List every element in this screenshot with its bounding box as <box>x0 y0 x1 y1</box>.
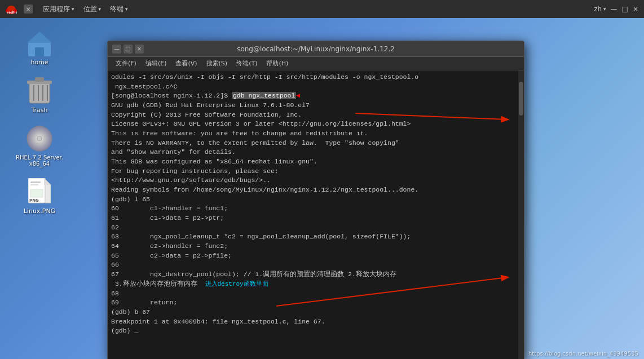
svg-rect-18 <box>30 189 43 197</box>
svg-rect-6 <box>29 82 50 103</box>
terminal-line: and "show warranty" for details. <box>111 148 521 157</box>
terminal-line-61: 61 c1->data = p2->ptr; <box>111 214 521 223</box>
dvd-drive-icon <box>26 125 53 152</box>
taskbar-menu: 应用程序 ▾ 位置 ▾ 终端 ▾ <box>38 0 133 18</box>
chevron-down-icon: ▾ <box>125 6 128 12</box>
terminal-line-60: 60 c1->handler = func1; <box>111 204 521 214</box>
terminal-line-62: 62 <box>111 223 521 233</box>
terminal-menu-search[interactable]: 搜索(S) <box>203 57 231 70</box>
taskbar-menu-terminal[interactable]: 终端 ▾ <box>105 0 133 18</box>
terminal-maximize-btn[interactable]: □ <box>123 45 133 54</box>
terminal-line-63: 63 ngx_pool_cleanup_t *c2 = ngx_pool_cle… <box>111 232 521 242</box>
taskbar-minimize-btn[interactable]: — <box>611 5 617 13</box>
terminal-line-gdb-l: (gdb) l 65 <box>111 195 521 205</box>
terminal-titlebar: — □ × song@localhost:~/MyLinux/nginx/ngi… <box>108 41 524 57</box>
terminal-scrollbar-thumb[interactable] <box>519 82 523 116</box>
svg-rect-8 <box>35 77 44 82</box>
desktop-icon-linux-png[interactable]: PNG Linux.PNG <box>11 178 68 215</box>
svg-marker-4 <box>27 32 52 43</box>
terminal-line-64: 64 c2->handler = func2; <box>111 242 521 251</box>
taskbar-app-close-btn[interactable]: × <box>24 5 33 14</box>
terminal-menu-edit[interactable]: 编辑(E) <box>142 57 170 70</box>
redhat-logo-icon: redhat <box>6 4 17 14</box>
desktop-icon-trash[interactable]: Trash <box>11 77 68 114</box>
terminal-line: This GDB was configured as "x86_64-redha… <box>111 157 521 167</box>
chevron-down-icon: ▾ <box>72 6 74 12</box>
terminal-title: song@localhost:~/MyLinux/nginx/nginx-1.1… <box>146 45 486 53</box>
terminal-line-69: 69 return; <box>111 298 521 308</box>
trash-icon-label: Trash <box>31 107 47 114</box>
terminal-line: Reading symbols from /home/song/MyLinux/… <box>111 185 521 195</box>
taskbar-menu-places[interactable]: 位置 ▾ <box>79 0 106 18</box>
terminal-annotation-line: 3.释放小块内存池所有内存 进入destroy函数里面 <box>111 280 521 289</box>
svg-rect-5 <box>35 47 44 56</box>
taskbar-logo: redhat <box>0 4 23 14</box>
svg-point-14 <box>37 136 42 141</box>
url-watermark: https://blog.csdn.net/weixin_43949535 <box>528 351 638 357</box>
terminal-line: For bug reporting instructions, please s… <box>111 167 521 176</box>
terminal-line-breakpoint: Breakpoint 1 at 0x4009b4: file ngx_testp… <box>111 317 521 327</box>
png-file-icon: PNG <box>26 178 53 205</box>
taskbar-maximize-btn[interactable]: □ <box>622 5 628 13</box>
terminal-line: GNU gdb (GDB) Red Hat Enterprise Linux 7… <box>111 101 521 110</box>
svg-rect-19 <box>30 181 41 183</box>
terminal-line-gdb: [song@localhost nginx-1.12.2]$ gdb ngx_t… <box>111 91 521 101</box>
terminal-line: License GPLv3+: GNU GPL version 3 or lat… <box>111 119 521 129</box>
terminal-line: There is NO WARRANTY, to the extent perm… <box>111 139 521 148</box>
terminal-window: — □ × song@localhost:~/MyLinux/nginx/ngi… <box>107 41 524 359</box>
desktop-icons-area: home Trash <box>0 18 79 226</box>
svg-text:PNG: PNG <box>29 198 39 203</box>
desktop-icon-rhel[interactable]: RHEL-7.2 Server. x86_64 <box>11 125 68 167</box>
taskbar: redhat × 应用程序 ▾ 位置 ▾ 终端 ▾ zh ▾ — □ × <box>0 0 644 18</box>
chevron-down-icon: ▾ <box>99 6 102 12</box>
terminal-line-66: 66 <box>111 260 521 270</box>
home-folder-icon <box>26 29 53 56</box>
terminal-menu-help[interactable]: 帮助(H) <box>263 57 292 70</box>
terminal-line: odules -I src/os/unix -I objs -I src/htt… <box>111 73 521 82</box>
terminal-menu-file[interactable]: 文件(F) <box>112 57 140 70</box>
terminal-line-prompt: (gdb) _ <box>111 326 521 336</box>
terminal-close-btn[interactable]: × <box>135 45 144 54</box>
desktop: home Trash <box>0 18 644 359</box>
terminal-menu-terminal[interactable]: 终端(T) <box>233 57 261 70</box>
desktop-icon-home[interactable]: home <box>11 29 68 66</box>
chevron-down-icon: ▾ <box>603 6 606 12</box>
terminal-line: This is free software: you are free to c… <box>111 129 521 139</box>
terminal-menu-view[interactable]: 查看(V) <box>172 57 200 70</box>
terminal-line: ngx_testpool.c^C <box>111 82 521 92</box>
terminal-content[interactable]: odules -I src/os/unix -I objs -I src/htt… <box>108 70 524 359</box>
trash-folder-icon <box>26 77 53 104</box>
taskbar-lang-indicator[interactable]: zh ▾ <box>594 5 606 13</box>
terminal-menubar: 文件(F) 编辑(E) 查看(V) 搜索(S) 终端(T) 帮助(H) <box>108 57 524 70</box>
terminal-line-gdb-b: (gdb) b 67 <box>111 308 521 317</box>
home-icon-label: home <box>30 59 48 66</box>
terminal-minimize-btn[interactable]: — <box>112 45 121 54</box>
taskbar-right: zh ▾ — □ × <box>594 5 644 13</box>
terminal-line: <http://www.gnu.org/software/gdb/bugs/>.… <box>111 176 521 185</box>
rhel-icon-label: RHEL-7.2 Server. x86_64 <box>16 154 63 167</box>
terminal-line-67: 67 ngx_destroy_pool(pool); // 1.调用所有的预置的… <box>111 270 521 280</box>
linux-png-icon-label: Linux.PNG <box>24 207 56 215</box>
terminal-line-65: 65 c2->data = p2->pfile; <box>111 251 521 261</box>
terminal-line: Copyright (C) 2013 Free Software Foundat… <box>111 110 521 120</box>
terminal-scrollbar[interactable] <box>518 70 524 359</box>
svg-rect-20 <box>30 184 38 185</box>
svg-text:redhat: redhat <box>7 10 17 14</box>
taskbar-menu-apps[interactable]: 应用程序 ▾ <box>38 0 79 18</box>
terminal-line-68: 68 <box>111 289 521 299</box>
taskbar-close-btn[interactable]: × <box>633 5 638 13</box>
